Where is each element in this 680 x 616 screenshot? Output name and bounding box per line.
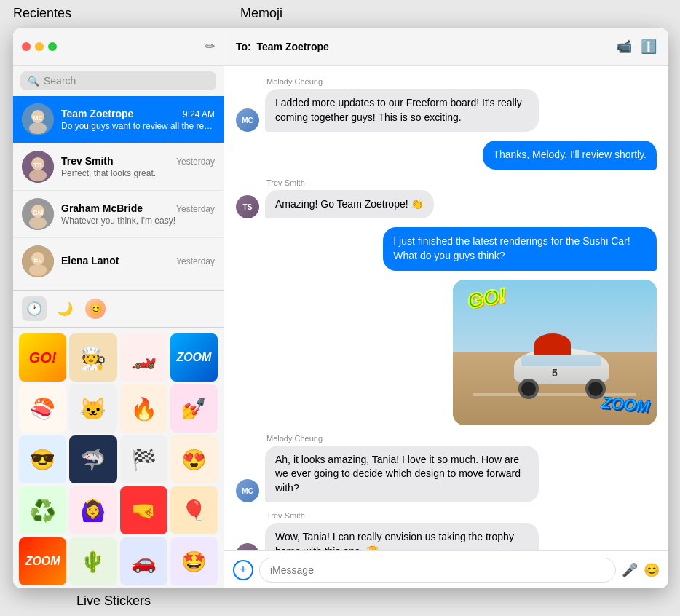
maximize-button[interactable] xyxy=(48,42,57,51)
conversation-info: Elena LanotYesterday xyxy=(61,255,215,268)
conversation-preview: Do you guys want to review all the rende… xyxy=(61,121,215,131)
sticker-item[interactable]: 😍 xyxy=(170,435,218,483)
message-group-image: 5 GO! ZOOM xyxy=(236,280,657,425)
svg-text:TS: TS xyxy=(33,162,42,169)
message-row: MC I added more updates to our Freeform … xyxy=(236,89,657,132)
emoji-icon[interactable]: 😊 xyxy=(644,562,660,578)
sticker-tab-moon[interactable]: 🌙 xyxy=(52,296,77,321)
avatar: TS xyxy=(236,195,259,218)
message-bubble: Amazing! Go Team Zoetrope! 👏 xyxy=(265,190,434,219)
label-recientes: Recientes xyxy=(13,6,71,21)
sticker-item[interactable]: ZOOM xyxy=(170,333,218,382)
sticker-tab-recent[interactable]: 🕐 xyxy=(22,296,47,321)
sender-name: Trev Smith xyxy=(266,511,657,520)
conversation-info: Team Zoetrope9:24 AMDo you guys want to … xyxy=(61,108,215,131)
sticker-item[interactable]: GO! xyxy=(19,333,66,382)
avatar: GM xyxy=(22,198,54,230)
left-panel: ✏ 🔍 Search MC Team Zoetrope9:24 AMDo you… xyxy=(13,28,224,588)
chat-header-label: To: xyxy=(236,41,251,52)
sticker-item[interactable]: 😎 xyxy=(19,435,66,483)
sticker-item[interactable]: 🦈 xyxy=(69,435,116,483)
sticker-item[interactable]: 🤩 xyxy=(170,537,218,585)
sticker-item[interactable]: 🤜 xyxy=(120,486,167,534)
traffic-lights xyxy=(22,42,57,51)
sticker-item[interactable]: 💅 xyxy=(170,384,218,433)
message-row: MC Ah, it looks amazing, Tania! I love i… xyxy=(236,446,657,503)
sticker-item[interactable]: 🎈 xyxy=(170,486,218,534)
audio-icon[interactable]: 🎤 xyxy=(622,562,638,578)
chat-title: To: Team Zoetrope xyxy=(236,41,610,52)
sticker-grid: GO!🧑‍🍳🏎️ZOOM🍣🐱🔥💅😎🦈🏁😍♻️🙆‍♀️🤜🎈ZOOM🌵🚗🤩 xyxy=(13,328,224,588)
label-memoji: Memoji xyxy=(240,6,282,21)
minimize-button[interactable] xyxy=(35,42,44,51)
conversation-preview: Perfect, that looks great. xyxy=(61,168,215,178)
info-icon[interactable]: ℹ️ xyxy=(641,39,657,55)
sticker-item[interactable]: 🔥 xyxy=(120,384,167,433)
compose-button[interactable]: ✏ xyxy=(205,39,215,53)
chat-actions: 📹 ℹ️ xyxy=(616,39,657,55)
avatar: EL xyxy=(22,245,54,277)
conversation-name: Elena Lanot xyxy=(61,255,119,266)
input-bar: + 🎤 😊 xyxy=(224,550,668,588)
message-bubble: Wow, Tania! I can really envision us tak… xyxy=(265,523,539,550)
conversation-item[interactable]: EL Elena LanotYesterday xyxy=(13,238,224,285)
right-panel: To: Team Zoetrope 📹 ℹ️ Melody Cheung MC … xyxy=(224,28,668,588)
chat-header: To: Team Zoetrope 📹 ℹ️ xyxy=(224,28,668,66)
message-group: Melody Cheung MC I added more updates to… xyxy=(236,77,657,132)
close-button[interactable] xyxy=(22,42,31,51)
search-icon: 🔍 xyxy=(28,76,39,87)
message-bubble: I added more updates to our Freeform boa… xyxy=(265,89,539,132)
svg-point-2 xyxy=(29,122,47,134)
conversation-preview: Whatever you think, I'm easy! xyxy=(61,216,215,226)
message-group: I just finished the latest renderings fo… xyxy=(236,227,657,270)
conversation-info: Graham McBrideYesterdayWhatever you thin… xyxy=(61,202,215,226)
conversation-item[interactable]: MC Team Zoetrope9:24 AMDo you guys want … xyxy=(13,96,224,143)
sticker-item[interactable]: 🍣 xyxy=(19,384,66,433)
sticker-item[interactable]: 🧑‍🍳 xyxy=(69,333,116,382)
message-group: Thanks, Melody. I'll review shortly. xyxy=(236,141,657,170)
sender-name: Trev Smith xyxy=(266,178,657,187)
conversation-time: Yesterday xyxy=(176,157,215,167)
sticker-zoom: ZOOM xyxy=(601,393,650,416)
video-call-icon[interactable]: 📹 xyxy=(616,39,632,55)
avatar: TS xyxy=(22,151,54,183)
message-bubble: Thanks, Melody. I'll review shortly. xyxy=(483,141,657,170)
sticker-item[interactable]: ♻️ xyxy=(19,486,66,534)
message-bubble: I just finished the latest renderings fo… xyxy=(383,227,657,270)
sender-name: Melody Cheung xyxy=(266,77,657,86)
message-group: Trev Smith TS Amazing! Go Team Zoetrope!… xyxy=(236,178,657,219)
message-row: TS Wow, Tania! I can really envision us … xyxy=(236,523,657,550)
sender-name: Melody Cheung xyxy=(266,434,657,443)
svg-point-14 xyxy=(29,264,47,276)
message-input[interactable] xyxy=(259,558,616,583)
sticker-item[interactable]: 🚗 xyxy=(120,537,167,585)
conversation-time: Yesterday xyxy=(176,256,215,266)
message-row: 5 GO! ZOOM xyxy=(236,280,657,425)
sushi-car-image: 5 GO! ZOOM xyxy=(453,280,657,425)
avatar: TS xyxy=(236,543,259,550)
label-livestickers: Live Stickers xyxy=(76,593,151,609)
sticker-tabs: 🕐 🌙 😊 xyxy=(13,291,224,328)
search-bar[interactable]: 🔍 Search xyxy=(20,71,216,90)
conversation-item[interactable]: GM Graham McBrideYesterdayWhatever you t… xyxy=(13,191,224,238)
conversation-name: Graham McBride xyxy=(61,202,143,214)
sticker-item[interactable]: 🐱 xyxy=(69,384,116,433)
svg-point-6 xyxy=(29,170,47,181)
add-button[interactable]: + xyxy=(233,560,253,580)
conversation-info: Trev SmithYesterdayPerfect, that looks g… xyxy=(61,155,215,178)
sticker-item[interactable]: 🏁 xyxy=(120,435,167,483)
message-row: I just finished the latest renderings fo… xyxy=(236,227,657,270)
avatar: MC xyxy=(236,479,259,502)
titlebar: ✏ xyxy=(13,28,224,66)
sticker-item[interactable]: 🌵 xyxy=(69,537,116,585)
avatar: MC xyxy=(22,103,54,135)
sticker-item[interactable]: 🏎️ xyxy=(120,333,167,382)
message-group: Melody Cheung MC Ah, it looks amazing, T… xyxy=(236,434,657,503)
conversation-item[interactable]: TS Trev SmithYesterdayPerfect, that look… xyxy=(13,143,224,191)
sticker-tab-memoji[interactable]: 😊 xyxy=(83,296,108,321)
message-bubble: Ah, it looks amazing, Tania! I love it s… xyxy=(265,446,539,503)
sticker-item[interactable]: 🙆‍♀️ xyxy=(69,486,116,534)
message-row: TS Amazing! Go Team Zoetrope! 👏 xyxy=(236,190,657,219)
sticker-item[interactable]: ZOOM xyxy=(19,537,66,585)
conversation-list: MC Team Zoetrope9:24 AMDo you guys want … xyxy=(13,96,224,290)
